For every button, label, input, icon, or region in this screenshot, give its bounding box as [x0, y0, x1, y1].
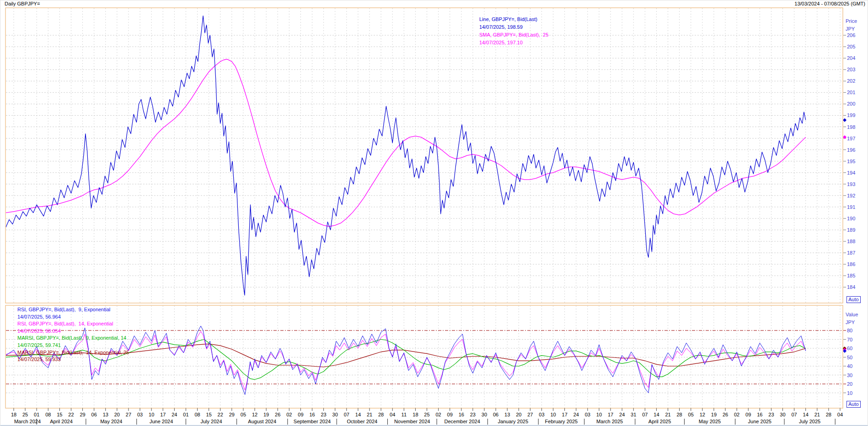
- value-tick-label: 70: [847, 337, 852, 342]
- main-legend-row: Line, GBPJPY=, Bid(Last): [479, 16, 548, 23]
- month-label: May 2024: [100, 419, 122, 424]
- day-label: 13: [504, 412, 510, 417]
- day-label: 11: [402, 412, 407, 417]
- day-label: 12: [700, 412, 705, 417]
- rsi-legend-row: 14/07/2025, 56.964: [17, 314, 129, 321]
- chart-title: Daily GBPJPY=: [5, 1, 40, 6]
- price-tick-label: 187: [847, 250, 855, 256]
- month-label: April 2024: [50, 419, 73, 424]
- day-label: 12: [252, 412, 257, 417]
- main-chart-legend: Line, GBPJPY=, Bid(Last)14/07/2025, 198.…: [479, 16, 548, 47]
- day-label: 01: [34, 412, 39, 417]
- price-tick-label: 191: [847, 204, 855, 210]
- value-tick-label: 80: [847, 328, 852, 333]
- rsi-legend-row: 14/07/2025, 58.054: [17, 328, 129, 335]
- price-tick-label: 204: [847, 55, 855, 61]
- price-tick-label: 192: [847, 193, 855, 198]
- value-axis-auto-button[interactable]: Auto: [847, 401, 861, 408]
- day-label: 23: [321, 412, 326, 417]
- day-label: 16: [459, 412, 464, 417]
- price-tick-label: 202: [847, 78, 855, 84]
- day-label: 09: [298, 412, 303, 417]
- day-label: 28: [677, 412, 682, 417]
- day-label: 06: [91, 412, 97, 417]
- day-label: 16: [309, 412, 315, 417]
- day-label: 27: [126, 412, 131, 417]
- price-tick-label: 195: [847, 159, 855, 164]
- value-tick-label: 10: [847, 390, 852, 396]
- month-label: August 2024: [248, 419, 276, 424]
- day-label: 04: [390, 412, 395, 417]
- day-label: 03: [539, 412, 544, 417]
- day-label: 29: [229, 412, 235, 417]
- day-label: 06: [493, 412, 498, 417]
- rsi-legend-row: MARSI, GBPJPY=, Bid(Last), 14, Exponenti…: [17, 349, 129, 357]
- day-label: 09: [745, 412, 751, 417]
- value-tick-label: 30: [847, 373, 852, 378]
- value-tick-label: 60: [847, 346, 852, 351]
- price-tick-label: 189: [847, 227, 855, 233]
- month-label: June 2025: [748, 419, 772, 424]
- day-label: 19: [263, 412, 269, 417]
- month-label: March 2025: [596, 419, 623, 424]
- main-legend-row: 14/07/2025, 197.10: [479, 39, 548, 47]
- rsi-legend-row: RSI, GBPJPY=, Bid(Last), 14, Exponential: [17, 320, 129, 328]
- day-label: 17: [562, 412, 568, 417]
- rsi-legend-row: RSI, GBPJPY=, Bid(Last), 9, Exponential: [17, 306, 129, 314]
- rsi-legend: RSI, GBPJPY=, Bid(Last), 9, Exponential1…: [17, 306, 129, 363]
- day-label: 13: [103, 412, 108, 417]
- month-label: December 2024: [445, 419, 480, 424]
- day-label: 10: [149, 412, 154, 417]
- value-axis-unit: JPY: [846, 320, 855, 325]
- day-label: 04: [837, 412, 843, 417]
- day-label: 23: [470, 412, 476, 417]
- day-label: 18: [11, 412, 16, 417]
- day-label: 21: [367, 412, 372, 417]
- price-tick-label: 186: [847, 261, 855, 267]
- day-label: 28: [826, 412, 831, 417]
- day-label: 01: [183, 412, 188, 417]
- rsi-legend-row: MARSI, GBPJPY=, Bid(Last), 9, Exponentia…: [17, 335, 129, 342]
- main-chart-pane[interactable]: [5, 8, 843, 303]
- main-legend-row: SMA, GBPJPY=, Bid(Last), 25: [479, 31, 548, 39]
- day-label: 02: [286, 412, 292, 417]
- day-label: 24: [171, 412, 177, 417]
- day-label: 25: [424, 412, 429, 417]
- price-tick-label: 194: [847, 170, 855, 176]
- price-axis-title: Price: [846, 18, 857, 24]
- day-label: 24: [619, 412, 625, 417]
- price-tick-label: 206: [847, 32, 855, 38]
- day-label: 10: [596, 412, 602, 417]
- day-label: 22: [68, 412, 74, 417]
- day-label: 19: [711, 412, 717, 417]
- day-label: 21: [814, 412, 820, 417]
- day-label: 30: [482, 412, 487, 417]
- month-label: July 2024: [200, 419, 222, 424]
- rsi-pane[interactable]: [5, 305, 843, 408]
- price-tick-label: 201: [847, 90, 855, 95]
- value-tick-label: 40: [847, 363, 852, 369]
- month-label: April 2025: [648, 419, 671, 424]
- day-label: 15: [206, 412, 212, 417]
- day-label: 02: [734, 412, 739, 417]
- day-label: 26: [723, 412, 728, 417]
- day-label: 31: [631, 412, 636, 417]
- price-axis-auto-button[interactable]: Auto: [847, 296, 861, 303]
- price-axis-unit: JPY: [846, 26, 855, 32]
- price-tick-label: 190: [847, 216, 855, 221]
- day-label: 21: [665, 412, 670, 417]
- day-label: 02: [435, 412, 441, 417]
- month-label: February 2025: [545, 419, 578, 424]
- day-label: 05: [241, 412, 246, 417]
- day-label: 22: [218, 412, 223, 417]
- day-label: 24: [573, 412, 579, 417]
- month-label: January 2025: [498, 419, 528, 424]
- rsi-legend-row: 14/07/2025, 59.933: [17, 356, 129, 363]
- day-label: 25: [22, 412, 28, 417]
- day-label: 28: [378, 412, 384, 417]
- day-label: 14: [654, 412, 659, 417]
- day-label: 03: [585, 412, 590, 417]
- day-label: 14: [355, 412, 361, 417]
- date-range-label: 13/03/2024 - 07/08/2025 (GMT): [794, 1, 865, 6]
- value-tick-label: 20: [847, 381, 852, 387]
